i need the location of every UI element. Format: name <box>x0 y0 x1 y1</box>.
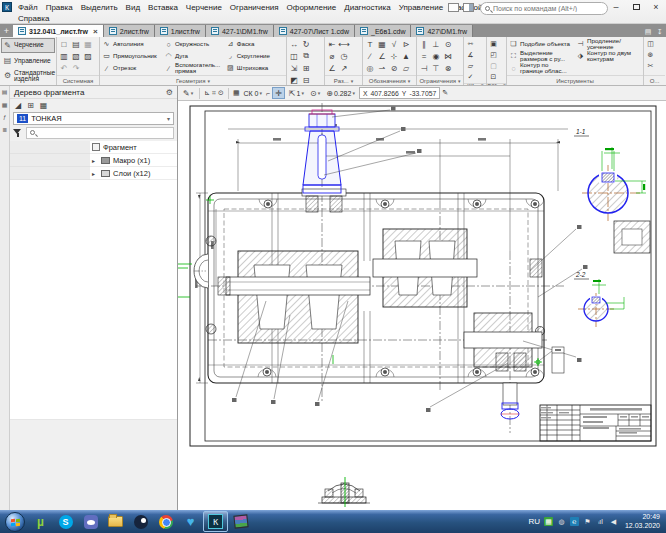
tray-update-icon[interactable]: ◍ <box>557 517 566 526</box>
table-icon[interactable]: ▦ <box>376 38 388 50</box>
tool-fillet[interactable]: ◞Скругление <box>225 50 283 62</box>
measure-distance-icon[interactable]: ⇿ <box>465 38 476 49</box>
clock[interactable]: 20:49 12.03.2020 <box>625 513 660 531</box>
preview-icon[interactable]: ▧ <box>70 50 82 62</box>
tool-contour-two[interactable]: ⬗Контур по двум контурам <box>575 50 642 62</box>
move-icon[interactable]: ↔ <box>288 38 300 50</box>
preview-icon[interactable]: ▦ <box>40 101 48 110</box>
taskbar-skype-icon[interactable]: S <box>53 511 78 532</box>
coordinate-system-select[interactable]: СК 0▾ <box>242 87 265 99</box>
menu-styling[interactable]: Оформление <box>285 3 339 12</box>
tool-hatch[interactable]: ▨Штриховка <box>225 62 283 74</box>
view-arrow-icon[interactable]: ⇀ <box>376 62 388 74</box>
position-icon[interactable]: ⊘ <box>388 62 400 74</box>
panels-toggle-icon[interactable] <box>463 3 474 12</box>
scale-icon[interactable]: ⇲ <box>288 62 300 74</box>
taskbar-chrome-icon[interactable] <box>153 511 178 532</box>
command-search-input[interactable] <box>493 5 603 12</box>
tab-document-2[interactable]: 2лист.frw <box>104 25 155 37</box>
menu-insert[interactable]: Вставка <box>146 3 180 12</box>
leader-icon[interactable]: ↗ <box>338 62 350 74</box>
new-document-icon[interactable]: □ <box>58 38 70 50</box>
tab-document-5[interactable]: 427-07\Лист 1.cdw <box>274 25 355 37</box>
menu-edit[interactable]: Правка <box>44 3 75 12</box>
diametral-dimension-icon[interactable]: ⌀ <box>326 50 338 62</box>
axis-icon[interactable]: ⊹ <box>388 50 400 62</box>
offset-icon[interactable]: ◩ <box>288 74 300 86</box>
tool-circle[interactable]: ○Окружность <box>163 38 225 50</box>
drawing-viewport[interactable]: 1-1 2-2 <box>178 101 666 510</box>
menu-constraints[interactable]: Ограничения <box>228 3 281 12</box>
tangent-icon[interactable]: ⊙ <box>442 38 454 50</box>
zoom-level-select[interactable]: ⊕0.282▾ <box>324 87 357 99</box>
menu-drafting[interactable]: Черчение <box>184 3 224 12</box>
chevron-down-icon[interactable]: ▾ <box>408 78 411 84</box>
coincident-icon[interactable]: ◉ <box>430 50 442 62</box>
auto-dimension-icon[interactable]: ⇤ <box>326 38 338 50</box>
current-layer-select[interactable]: 11 ТОНКАЯ ▾ <box>13 112 174 125</box>
cursor-coordinates[interactable]: X 407.8266 Y -33.7057 <box>359 87 440 99</box>
taskbar-winrar-icon[interactable] <box>228 511 253 532</box>
tool-contour-boundary[interactable]: ◌Контур по границе облас... <box>508 62 575 74</box>
tray-app-icon[interactable]: ℮ <box>570 517 579 526</box>
center-line-icon[interactable]: ∠ <box>376 50 388 62</box>
menu-view[interactable]: Вид <box>124 3 142 12</box>
tool-chamfer[interactable]: ⊿Фаска <box>225 38 283 50</box>
command-search[interactable] <box>480 2 608 15</box>
parameters-panel-icon[interactable]: ▦ <box>2 101 8 108</box>
menu-help[interactable]: Справка <box>16 14 51 23</box>
pin-tabs-button[interactable]: ↧ <box>654 26 666 37</box>
snap-grid-icon[interactable]: ⌗ <box>212 89 216 97</box>
filter-objects-icon[interactable]: ◢ <box>15 101 21 110</box>
menu-file[interactable]: Файл <box>16 3 40 12</box>
insert-view-icon[interactable]: ▢ <box>488 60 499 71</box>
tab-document-6[interactable]: _Е6в1.cdw <box>355 25 411 37</box>
symmetry-icon[interactable]: ⋈ <box>442 50 454 62</box>
tool-segment[interactable]: ∕Отрезок <box>101 62 163 74</box>
insert-fragment-icon[interactable]: ◰ <box>488 49 499 60</box>
filter-icon[interactable] <box>13 128 22 137</box>
taskbar-steam-icon[interactable] <box>128 511 153 532</box>
tree-panel-icon[interactable]: ▤ <box>2 88 8 95</box>
perpendicular-icon[interactable]: ⊥ <box>430 38 442 50</box>
radial-dimension-icon[interactable]: ◷ <box>338 50 350 62</box>
layers-panel-icon[interactable]: ≣ <box>2 126 7 133</box>
chevron-down-icon[interactable]: ▾ <box>207 78 210 84</box>
close-tab-icon[interactable]: × <box>93 27 98 36</box>
roughness-icon[interactable]: √ <box>388 38 400 50</box>
taskbar-explorer-icon[interactable] <box>103 511 128 532</box>
components-icon[interactable]: ⊛ <box>645 49 656 60</box>
linear-dimension-icon[interactable]: ⟷ <box>338 38 350 50</box>
tab-document-3[interactable]: 1лист.frw <box>155 25 206 37</box>
area-icon[interactable]: ▱ <box>465 60 476 71</box>
fx-panel-icon[interactable]: ƒ <box>3 114 6 120</box>
eyedropper-icon[interactable]: ✎ <box>442 89 448 97</box>
chevron-down-icon[interactable]: ▾ <box>351 78 354 84</box>
tool-construction-line[interactable]: ∕Вспомогатель... прямая <box>163 62 225 74</box>
tray-display-icon[interactable]: ▦ <box>544 517 553 526</box>
new-tab-button[interactable]: + <box>0 25 13 37</box>
start-button[interactable] <box>5 512 25 532</box>
properties-icon[interactable]: ◫ <box>645 38 656 49</box>
tool-rectangle[interactable]: ▭Прямоугольник <box>101 50 163 62</box>
tab-document-1[interactable]: 312.04\1_лист.frw × <box>13 25 104 37</box>
scale-select[interactable]: ⇱1▾ <box>287 87 306 99</box>
maximize-button[interactable] <box>629 1 643 12</box>
tray-network-icon[interactable]: ᵢıl <box>596 517 605 526</box>
tree-item-layers[interactable]: ▸Слои (x12) <box>10 167 177 180</box>
chevron-down-icon[interactable]: ▾ <box>191 90 194 96</box>
expand-icon[interactable]: ▸ <box>92 157 98 164</box>
zoom-tool-select[interactable]: ⊙▾ <box>308 87 322 99</box>
gear-icon[interactable]: ⚙ <box>166 88 173 97</box>
taskbar-utorrent-icon[interactable]: µ <box>28 511 53 532</box>
array-icon[interactable]: ⊞ <box>300 62 312 74</box>
menu-diagnostics[interactable]: Диагностика <box>342 3 392 12</box>
flange-detail-bottom[interactable] <box>318 477 370 507</box>
undo-icon[interactable]: ↶ <box>58 62 70 74</box>
tab-document-7[interactable]: 427\DM1.frw <box>411 25 473 37</box>
tab-list-button[interactable]: ▤ <box>642 26 654 37</box>
taskbar-discord-icon[interactable] <box>78 511 103 532</box>
chevron-down-icon[interactable]: ▾ <box>481 83 484 85</box>
tree-search-field[interactable] <box>26 127 174 139</box>
angular-dimension-icon[interactable]: ∠ <box>326 62 338 74</box>
